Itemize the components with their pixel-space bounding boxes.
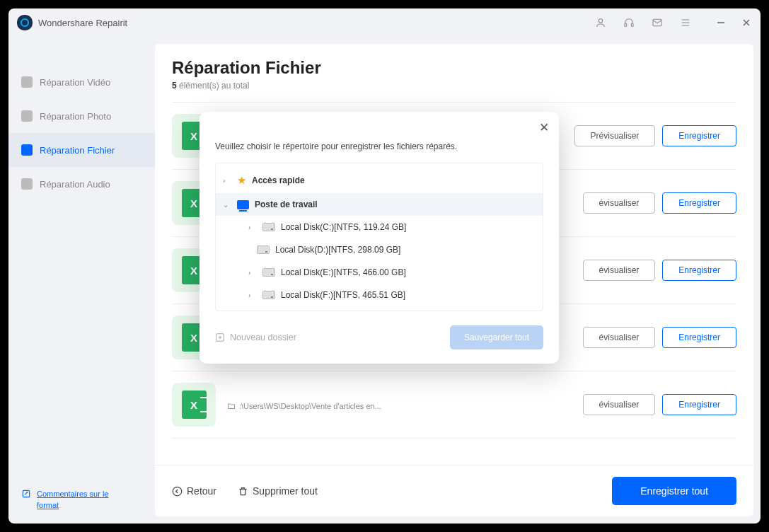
modal-close-button[interactable]: ✕ xyxy=(539,120,549,135)
tree-item-label: Local Disk(F:)[NTFS, 465.51 GB] xyxy=(281,290,405,300)
chevron-right-icon: › xyxy=(248,291,257,299)
tree-this-pc[interactable]: ⌄ Poste de travail xyxy=(216,193,543,216)
tree-item-label: Accès rapide xyxy=(252,175,305,185)
disk-icon xyxy=(262,223,275,231)
chevron-right-icon: › xyxy=(248,269,257,277)
tree-disk-item[interactable]: › Local Disk(F:)[NTFS, 465.51 GB] xyxy=(216,284,543,306)
chevron-right-icon: › xyxy=(248,224,257,231)
pc-icon xyxy=(237,200,249,209)
disk-icon xyxy=(262,291,275,299)
modal-prompt: Veuillez choisir le répertoire pour enre… xyxy=(215,141,543,151)
disk-icon xyxy=(257,245,270,254)
tree-item-label: Local Disk(C:)[NTFS, 119.24 GB] xyxy=(281,222,406,232)
tree-quick-access[interactable]: › ★ Accès rapide xyxy=(216,168,543,193)
disk-icon xyxy=(262,268,275,277)
save-location-modal: ✕ Veuillez choisir le répertoire pour en… xyxy=(200,112,559,364)
tree-disk-item[interactable]: › Local Disk(E:)[NTFS, 466.00 GB] xyxy=(216,261,543,284)
modal-save-button[interactable]: Sauvegarder tout xyxy=(450,325,543,349)
chevron-right-icon: › xyxy=(223,177,231,185)
tree-item-label: Local Disk(E:)[NTFS, 466.00 GB] xyxy=(281,267,406,277)
plus-box-icon xyxy=(215,332,225,342)
new-folder-button[interactable]: Nouveau dossier xyxy=(215,332,296,342)
tree-disk-item[interactable]: › Local Disk(C:)[NTFS, 119.24 GB] xyxy=(216,216,543,238)
directory-tree: › ★ Accès rapide ⌄ Poste de travail › Lo… xyxy=(215,163,543,311)
tree-item-label: Poste de travail xyxy=(255,200,318,209)
tree-disk-item[interactable]: Local Disk(D:)[NTFS, 298.09 GB] xyxy=(216,238,543,261)
tree-item-label: Local Disk(D:)[NTFS, 298.09 GB] xyxy=(275,245,400,255)
star-icon: ★ xyxy=(237,174,246,187)
chevron-down-icon: ⌄ xyxy=(223,201,231,209)
